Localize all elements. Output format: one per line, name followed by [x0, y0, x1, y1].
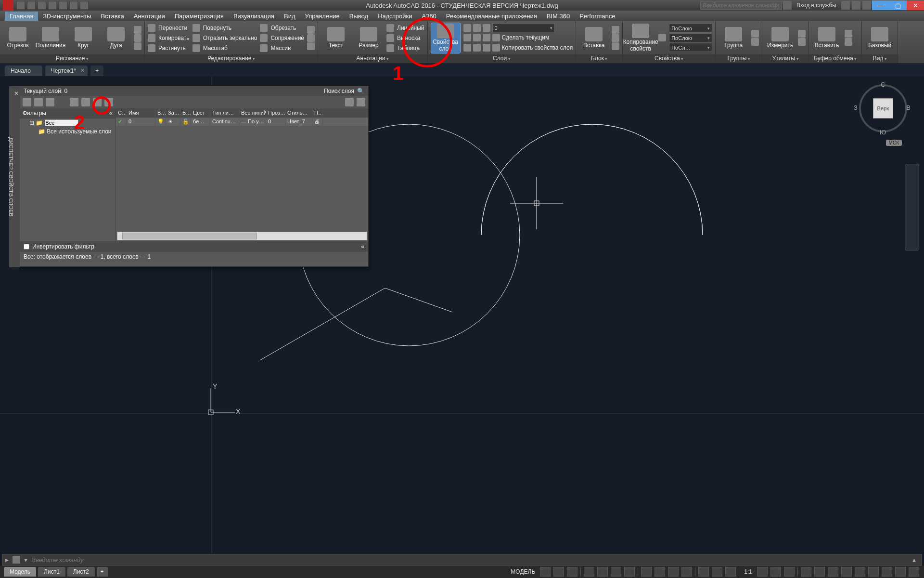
qat-plot-icon[interactable]	[59, 1, 67, 10]
plotstyle-cell[interactable]: Цвет_7	[285, 118, 312, 126]
lineweight-cell[interactable]: — По у…	[239, 118, 266, 126]
signin-link[interactable]: Вход в службы	[796, 2, 836, 9]
palette-title-bar[interactable]: ✕ ДИСПЕТЧЕР СВОЙСТВ СЛОЕВ	[9, 86, 20, 267]
close-icon[interactable]: ✕	[80, 67, 85, 74]
copyclip-icon[interactable]	[845, 38, 852, 46]
trim-button[interactable]: Обрезать	[260, 23, 304, 33]
circle-button[interactable]: Круг	[68, 23, 98, 53]
tab-performance[interactable]: Performance	[575, 12, 620, 21]
layer-bulb-icon[interactable]	[463, 24, 471, 32]
refresh-icon[interactable]	[345, 98, 354, 106]
horizontal-scrollbar[interactable]	[117, 232, 367, 240]
groupedit-icon[interactable]	[751, 38, 759, 46]
units-icon[interactable]	[828, 567, 838, 577]
table-button[interactable]: Таблица	[386, 43, 424, 53]
panel-layers-title[interactable]: Слои	[428, 54, 576, 63]
text-button[interactable]: Текст	[321, 23, 351, 53]
name-cell[interactable]: 0	[127, 118, 155, 126]
tab-bim360[interactable]: BIM 360	[542, 12, 575, 21]
new-layer-icon[interactable]	[70, 98, 78, 106]
panel-clipboard-title[interactable]: Буфер обмена	[809, 54, 861, 63]
panel-modify-title[interactable]: Редактирование	[145, 54, 318, 63]
filter-all[interactable]: ⊟ 📁	[20, 118, 116, 127]
settings-icon[interactable]	[357, 98, 365, 106]
col-color[interactable]: Цвет	[191, 108, 210, 117]
tab-home[interactable]: Главная	[5, 12, 38, 21]
linear-button[interactable]: Линейный	[386, 23, 424, 33]
grid-toggle-icon[interactable]	[540, 567, 551, 577]
tab-visualize[interactable]: Визуализация	[229, 12, 279, 21]
viewcube-s[interactable]: Ю	[880, 129, 886, 136]
layer-row[interactable]: ✔ 0 💡 ☀ 🔓 бе… Continu… — По у… 0 Цвет_7 …	[116, 118, 368, 126]
invert-filter-checkbox[interactable]	[24, 244, 29, 250]
qat-save-icon[interactable]	[38, 1, 46, 10]
isolate-icon[interactable]	[882, 567, 892, 577]
search-icon[interactable]	[783, 1, 792, 10]
customize-icon[interactable]	[909, 567, 919, 577]
layoff-icon[interactable]	[463, 34, 471, 41]
edit-attr-icon[interactable]	[612, 42, 619, 50]
osnap-toggle-icon[interactable]	[624, 567, 635, 577]
qat-open-icon[interactable]	[27, 1, 36, 10]
lock-cell[interactable]: 🔓	[180, 118, 191, 126]
tab-featuredapps[interactable]: Рекомендованные приложения	[441, 12, 542, 21]
transparency-cell[interactable]: 0	[266, 118, 285, 126]
col-plotstyle[interactable]: Стиль…	[285, 108, 312, 117]
annovis-icon[interactable]	[770, 567, 781, 577]
exchange-icon[interactable]	[841, 1, 850, 10]
lock-ui-icon[interactable]	[855, 567, 865, 577]
rotate-button[interactable]: Повернуть	[192, 23, 257, 33]
annotation-monitor-icon[interactable]	[814, 567, 825, 577]
annoauto-icon[interactable]	[784, 567, 795, 577]
tab-output[interactable]: Вывод	[345, 12, 373, 21]
panel-viewbase-title[interactable]: Вид	[862, 54, 898, 63]
cycling-toggle-icon[interactable]	[698, 567, 709, 577]
group-button[interactable]: Группа	[719, 23, 748, 53]
snap-toggle-icon[interactable]	[553, 567, 564, 577]
make-current-button[interactable]: Сделать текущим	[502, 34, 550, 41]
color-swatch-icon[interactable]	[658, 34, 666, 41]
command-input[interactable]	[31, 556, 905, 564]
tab-view[interactable]: Вид	[279, 12, 300, 21]
mirror-button[interactable]: Отразить зеркально	[192, 33, 257, 43]
panel-block-title[interactable]: Блок	[576, 54, 622, 63]
col-name[interactable]: Имя	[127, 108, 155, 117]
offset-icon[interactable]	[307, 42, 315, 50]
rectangle-icon[interactable]	[134, 26, 141, 34]
panel-annotation-title[interactable]: Аннотации	[318, 54, 427, 63]
layfrz-icon[interactable]	[483, 34, 490, 41]
layer-properties-button[interactable]: Свойства слоя	[431, 23, 461, 53]
tab-annotate[interactable]: Аннотации	[129, 12, 170, 21]
workspace-icon[interactable]	[801, 567, 811, 577]
tab-manage[interactable]: Управление	[300, 12, 345, 21]
selectall-icon[interactable]	[798, 30, 806, 38]
explode-icon[interactable]	[307, 34, 315, 42]
isodraft-toggle-icon[interactable]	[611, 567, 621, 577]
polar-toggle-icon[interactable]	[597, 567, 608, 577]
layout-model[interactable]: Модель	[4, 567, 36, 577]
panel-groups-title[interactable]: Группы	[716, 54, 762, 63]
baseview-button[interactable]: Базовый	[865, 23, 895, 53]
dimension-button[interactable]: Размер	[354, 23, 384, 53]
filetab-add[interactable]: +	[90, 66, 103, 76]
on-cell[interactable]: 💡	[155, 118, 166, 126]
lwt-toggle-icon[interactable]	[668, 567, 679, 577]
hardware-accel-icon[interactable]	[868, 567, 879, 577]
viewcube[interactable]: Верх С Ю В З	[857, 82, 910, 135]
linetype-cell[interactable]: Continu…	[210, 118, 239, 126]
color-dropdown[interactable]: ПоСлою	[669, 24, 712, 33]
tab-a360[interactable]: A360	[417, 12, 441, 21]
insert-block-button[interactable]: Вставка	[579, 23, 609, 53]
maximize-button[interactable]: ▢	[889, 0, 907, 10]
new-filter-icon[interactable]	[23, 98, 31, 106]
col-transparency[interactable]: Проз…	[266, 108, 285, 117]
navigation-bar[interactable]	[905, 164, 919, 250]
model-space-label[interactable]: МОДЕЛЬ	[509, 568, 537, 575]
viewcube-e[interactable]: В	[906, 104, 911, 111]
help-icon[interactable]	[862, 1, 871, 10]
paste-button[interactable]: Вставить	[812, 23, 842, 53]
tpy-toggle-icon[interactable]	[681, 567, 692, 577]
minimize-button[interactable]: —	[872, 0, 889, 10]
annoscale-icon[interactable]	[757, 567, 768, 577]
tab-parametric[interactable]: Параметризация	[170, 12, 229, 21]
